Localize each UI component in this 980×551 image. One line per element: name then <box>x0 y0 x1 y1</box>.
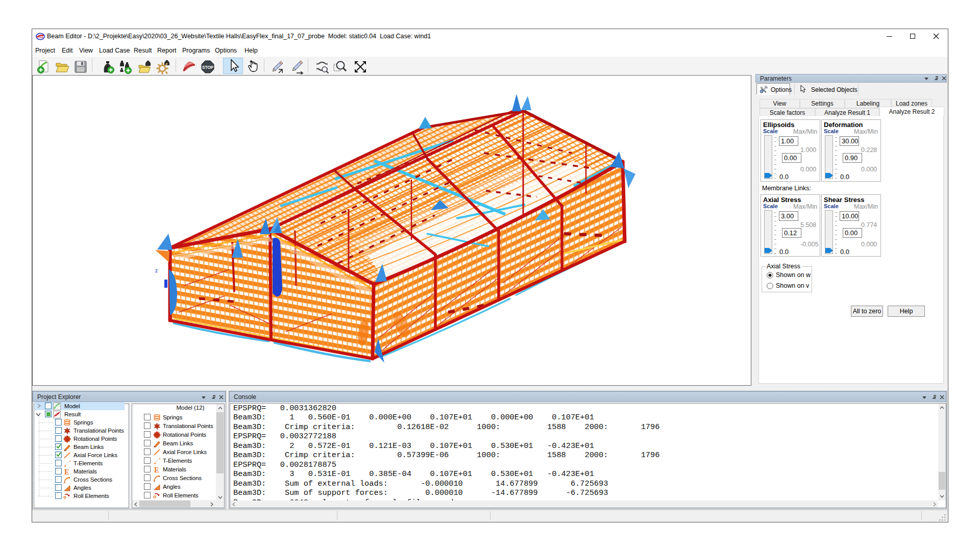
svg-text:E: E <box>64 468 69 475</box>
svg-text:STOP: STOP <box>202 65 214 70</box>
svg-text:z: z <box>155 268 158 273</box>
svg-text:E: E <box>154 466 159 473</box>
